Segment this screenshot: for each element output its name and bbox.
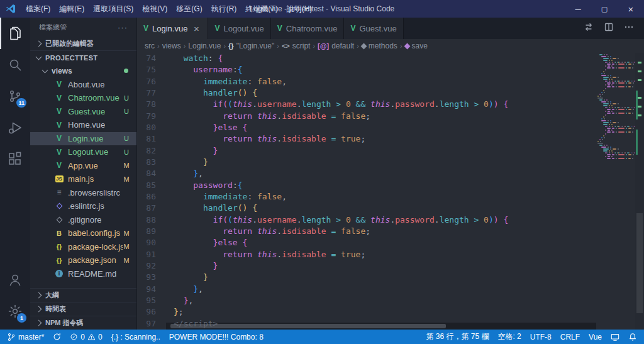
line-number[interactable]: 76 [137, 76, 166, 87]
line-number[interactable]: 93 [137, 272, 166, 283]
line-number[interactable]: 91 [137, 249, 166, 260]
notifications-bell-icon[interactable] [624, 330, 641, 344]
line-number[interactable]: 78 [137, 99, 166, 110]
problems-status[interactable]: 0 0 [65, 330, 106, 344]
code-line-80[interactable]: 80}else { [137, 122, 596, 133]
line-number[interactable]: 80 [137, 122, 166, 133]
tree-item-Login.vue[interactable]: VLogin.vueU [30, 132, 136, 146]
tree-item-package.json[interactable]: {}package.jsonM [30, 253, 136, 267]
code-line-91[interactable]: 91return this.isdisable = true; [137, 249, 596, 260]
breadcrumb-item-save[interactable]: save [405, 42, 428, 50]
code-line-96[interactable]: 96}; [137, 306, 596, 318]
code-line-83[interactable]: 83} [137, 157, 596, 168]
encoding-status[interactable]: UTF-8 [526, 330, 556, 344]
language-mode[interactable]: Vue [584, 330, 606, 344]
line-number[interactable]: 95 [137, 295, 166, 306]
breadcrumb-item-default[interactable]: [@]default [318, 42, 354, 50]
search-icon[interactable] [0, 49, 30, 80]
code-line-78[interactable]: 78if((this.username.length > 0 && this.p… [137, 99, 596, 110]
eol-status[interactable]: CRLF [556, 330, 584, 344]
tree-item-Chatroom.vue[interactable]: VChatroom.vueU [30, 91, 136, 105]
line-number[interactable]: 83 [137, 157, 166, 168]
menu-item-2[interactable]: 選取項目(S) [89, 0, 138, 18]
section-open-editors[interactable]: 已開啟的編輯器 [30, 36, 136, 50]
code-line-86[interactable]: 86immediate: false, [137, 191, 596, 203]
account-icon[interactable] [0, 264, 30, 296]
eslint-status[interactable]: {.} : Scanning.. [107, 330, 165, 344]
settings-gear-icon[interactable]: 1 [0, 296, 30, 327]
section-npm-scripts[interactable]: NPM 指令碼 [30, 316, 136, 330]
line-number[interactable]: 88 [137, 214, 166, 226]
code-line-77[interactable]: 77handler() { [137, 87, 596, 99]
line-number[interactable]: 82 [137, 145, 166, 157]
code-line-85[interactable]: 85password:{ [137, 180, 596, 191]
code-line-93[interactable]: 93} [137, 272, 596, 283]
sync-icon[interactable] [48, 330, 65, 344]
section-project[interactable]: PROJECTTEST [30, 50, 136, 64]
section-timeline[interactable]: 時間表 [30, 302, 136, 316]
code-line-89[interactable]: 89return this.isdisable = false; [137, 226, 596, 237]
tab-Logout.vue[interactable]: VLogout.vue [208, 18, 270, 39]
line-number[interactable]: 89 [137, 226, 166, 237]
line-number[interactable]: 77 [137, 87, 166, 99]
line-number[interactable]: 90 [137, 237, 166, 248]
code-line-82[interactable]: 82} [137, 145, 596, 157]
line-number[interactable]: 92 [137, 260, 166, 272]
run-debug-icon[interactable] [0, 112, 30, 143]
tree-item-.gitignore[interactable]: .gitignore [30, 213, 136, 227]
tree-item-Guest.vue[interactable]: VGuest.vueU [30, 105, 136, 119]
code-line-95[interactable]: 95}, [137, 295, 596, 306]
line-number[interactable]: 79 [137, 111, 166, 122]
line-number[interactable]: 94 [137, 284, 166, 295]
breadcrumb-item-views[interactable]: views [162, 42, 181, 50]
line-number[interactable]: 75 [137, 64, 166, 75]
menu-item-5[interactable]: 執行(R) [207, 0, 242, 18]
tree-item-About.vue[interactable]: VAbout.vue [30, 78, 136, 92]
vertical-scrollbar[interactable] [635, 53, 644, 330]
breadcrumb-item-src[interactable]: src [145, 42, 155, 50]
tab-Guest.vue[interactable]: VGuest.vue [344, 18, 403, 39]
minimap[interactable] [597, 54, 635, 160]
tree-item-App.vue[interactable]: VApp.vueM [30, 159, 136, 173]
line-number[interactable]: 84 [137, 168, 166, 179]
line-number[interactable]: 86 [137, 191, 166, 203]
open-changes-icon[interactable] [584, 22, 594, 35]
code-line-87[interactable]: 87handler() { [137, 203, 596, 214]
menu-item-1[interactable]: 編輯(E) [55, 0, 89, 18]
cursor-position[interactable]: 第 36 行，第 75 欄 [421, 330, 493, 344]
split-editor-icon[interactable] [604, 22, 614, 35]
power-mode-status[interactable]: POWER MODE!!! Combo: 8 [165, 330, 268, 344]
code-line-76[interactable]: 76immediate: false, [137, 76, 596, 87]
close-icon[interactable]: × [618, 0, 644, 18]
breadcrumb-item-methods[interactable]: methods [362, 42, 397, 50]
code-line-74[interactable]: 74watch: { [137, 53, 596, 64]
tree-item-package-lock.json[interactable]: {}package-lock.jsonM [30, 240, 136, 254]
menu-item-0[interactable]: 檔案(F) [21, 0, 55, 18]
screencast-icon[interactable] [606, 330, 624, 344]
code-line-75[interactable]: 75username:{ [137, 64, 596, 75]
line-number[interactable]: 96 [137, 306, 166, 318]
tree-item-Logout.vue[interactable]: VLogout.vueU [30, 145, 136, 159]
maximize-icon[interactable]: ▢ [591, 0, 618, 18]
code-line-90[interactable]: 90}else { [137, 237, 596, 248]
tree-item-.browserslistrc[interactable]: ≡.browserslistrc [30, 186, 136, 200]
section-outline[interactable]: 大綱 [30, 288, 136, 302]
tree-item-main.js[interactable]: JSmain.jsM [30, 172, 136, 186]
close-tab-icon[interactable]: × [191, 24, 201, 33]
tree-item-views[interactable]: views [30, 64, 136, 78]
tree-item-Home.vue[interactable]: VHome.vue [30, 118, 136, 132]
git-branch-status[interactable]: master* [3, 330, 48, 344]
more-actions-icon[interactable] [624, 22, 634, 35]
menu-item-7[interactable]: 說明(H) [282, 0, 317, 18]
code-line-92[interactable]: 92} [137, 260, 596, 272]
minimize-icon[interactable]: ─ [565, 0, 591, 18]
line-number[interactable]: 85 [137, 180, 166, 191]
menu-item-4[interactable]: 移至(G) [172, 0, 206, 18]
tab-Chatroom.vue[interactable]: VChatroom.vue [271, 18, 345, 39]
tree-item-babel.config.js[interactable]: Bbabel.config.jsM [30, 226, 136, 240]
code-line-88[interactable]: 88if((this.username.length > 0 && this.p… [137, 214, 596, 226]
line-number[interactable]: 81 [137, 133, 166, 145]
line-number[interactable]: 97 [137, 318, 166, 330]
tree-item-README.md[interactable]: iREADME.md [30, 267, 136, 281]
indentation-status[interactable]: 空格: 2 [493, 330, 525, 344]
